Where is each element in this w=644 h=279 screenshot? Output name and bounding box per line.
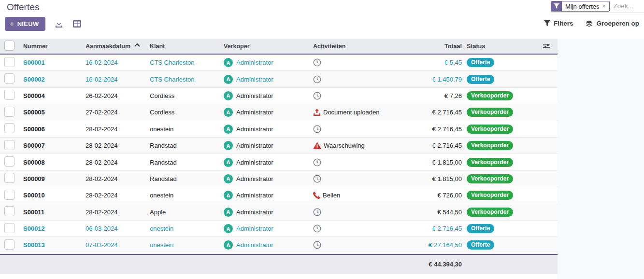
row-checkbox[interactable] xyxy=(4,206,14,216)
table-row[interactable]: S00009 28-02-2024 Randstad A Administrat… xyxy=(0,171,558,187)
row-totaal: € 2.716,45 xyxy=(412,109,463,116)
row-nummer: S00011 xyxy=(19,209,82,216)
avatar: A xyxy=(224,108,233,117)
row-aanmaakdatum: 16-02-2024 xyxy=(82,59,146,66)
row-checkbox[interactable] xyxy=(4,123,14,133)
table-row[interactable]: S00001 16-02-2024 CTS Charleston A Admin… xyxy=(0,55,558,71)
status-badge: Verkooporder xyxy=(467,108,513,117)
status-badge: Verkooporder xyxy=(467,125,513,134)
table-row[interactable]: S00012 06-03-2024 onestein A Administrat… xyxy=(0,221,558,237)
row-status: Verkooporder xyxy=(463,174,535,183)
table-row[interactable]: S00007 28-02-2024 Randstad A Administrat… xyxy=(0,138,558,154)
row-checkbox[interactable] xyxy=(4,140,14,150)
col-header-activiteiten[interactable]: Activiteiten xyxy=(309,43,412,50)
download-icon[interactable] xyxy=(55,20,63,28)
search-bar[interactable]: Mijn offertes × Zoek... xyxy=(551,0,644,13)
table-row[interactable]: S00004 26-02-2024 Cordless A Administrat… xyxy=(0,88,558,104)
row-klant: Apple xyxy=(146,209,220,216)
row-status: Verkooporder xyxy=(463,141,535,150)
row-checkbox[interactable] xyxy=(4,190,14,200)
row-totaal: € 1.450,79 xyxy=(412,76,463,83)
table-row[interactable]: S00006 28-02-2024 onestein A Administrat… xyxy=(0,121,558,138)
clock-icon[interactable] xyxy=(313,158,321,167)
row-checkbox[interactable] xyxy=(4,223,14,233)
table-row[interactable]: S00013 07-03-2024 onestein A Administrat… xyxy=(0,237,558,253)
group-by-button[interactable]: Groeperen op xyxy=(586,20,639,27)
clock-icon[interactable] xyxy=(313,175,321,183)
row-activiteiten xyxy=(309,158,412,167)
avatar: A xyxy=(224,224,233,233)
table-view-icon[interactable] xyxy=(73,20,81,28)
clock-icon[interactable] xyxy=(313,224,321,233)
col-header-verkoper[interactable]: Verkoper xyxy=(220,43,309,50)
row-activiteiten: Document uploaden xyxy=(309,109,412,116)
clock-icon[interactable] xyxy=(313,125,321,133)
row-totaal: € 7,26 xyxy=(412,92,463,99)
adjust-columns-icon[interactable] xyxy=(535,43,558,49)
clock-icon[interactable] xyxy=(313,241,321,249)
status-badge: Offerte xyxy=(467,75,494,84)
row-verkoper: A Administrator xyxy=(220,75,309,84)
avatar: A xyxy=(224,58,233,67)
status-badge: Verkooporder xyxy=(467,141,513,150)
row-nummer: S00005 xyxy=(19,109,82,116)
search-input[interactable]: Zoek... xyxy=(614,1,633,10)
clock-icon[interactable] xyxy=(313,92,321,100)
table-row[interactable]: S00005 27-02-2024 Cordless A Administrat… xyxy=(0,104,558,121)
row-status: Offerte xyxy=(463,224,535,233)
row-checkbox[interactable] xyxy=(4,57,14,67)
row-verkoper: A Administrator xyxy=(220,174,309,183)
avatar: A xyxy=(224,191,233,200)
row-checkbox[interactable] xyxy=(4,156,14,167)
col-header-totaal[interactable]: Totaal xyxy=(412,43,463,50)
clock-icon[interactable] xyxy=(313,208,321,216)
activity-label: Bellen xyxy=(323,192,340,199)
upload-icon[interactable] xyxy=(313,109,321,116)
table-row[interactable]: S00002 16-02-2024 CTS Charleston A Admin… xyxy=(0,71,558,87)
facet-close-icon[interactable]: × xyxy=(602,3,606,10)
new-button[interactable]: + NIEUW xyxy=(5,17,45,31)
row-verkoper: A Administrator xyxy=(220,240,309,250)
row-klant: onestein xyxy=(146,225,220,232)
row-verkoper: A Administrator xyxy=(220,141,309,150)
row-checkbox[interactable] xyxy=(4,107,14,117)
col-header-aanmaakdatum[interactable]: Aanmaakdatum xyxy=(82,43,146,50)
row-nummer: S00006 xyxy=(19,126,82,133)
status-badge: Verkooporder xyxy=(467,91,513,100)
row-status: Verkooporder xyxy=(463,125,535,134)
page-title: Offertes xyxy=(7,2,39,13)
row-activiteiten: Bellen xyxy=(309,192,412,199)
filters-button[interactable]: Filters xyxy=(544,20,573,27)
row-status: Verkooporder xyxy=(463,208,535,217)
avatar: A xyxy=(224,174,233,183)
row-checkbox[interactable] xyxy=(4,73,14,84)
row-nummer: S00008 xyxy=(19,159,82,166)
select-all-checkbox[interactable] xyxy=(4,41,14,51)
row-checkbox[interactable] xyxy=(4,90,14,100)
row-verkoper: A Administrator xyxy=(220,158,309,167)
warning-icon[interactable] xyxy=(313,142,321,149)
activity-label: Waarschuwing xyxy=(324,142,365,149)
row-checkbox[interactable] xyxy=(4,239,14,250)
search-facet[interactable]: Mijn offertes × xyxy=(551,1,610,12)
row-nummer: S00012 xyxy=(19,225,82,232)
row-verkoper: A Administrator xyxy=(220,58,309,67)
row-klant: Cordless xyxy=(146,92,220,99)
col-header-status[interactable]: Status xyxy=(463,43,535,50)
row-totaal: € 544,50 xyxy=(412,209,463,216)
status-badge: Offerte xyxy=(467,224,494,233)
avatar: A xyxy=(224,91,233,100)
col-header-klant[interactable]: Klant xyxy=(146,43,220,50)
clock-icon[interactable] xyxy=(313,58,321,67)
status-badge: Offerte xyxy=(467,240,494,250)
row-activiteiten xyxy=(309,58,412,67)
row-activiteiten xyxy=(309,92,412,100)
row-checkbox[interactable] xyxy=(4,173,14,183)
table-row[interactable]: S00011 28-02-2024 Apple A Administrator … xyxy=(0,204,558,221)
table-row[interactable]: S00010 28-02-2024 onestein A Administrat… xyxy=(0,187,558,204)
phone-icon[interactable] xyxy=(313,192,320,199)
clock-icon[interactable] xyxy=(313,75,321,84)
col-header-nummer[interactable]: Nummer xyxy=(19,43,82,50)
table-row[interactable]: S00008 28-02-2024 Randstad A Administrat… xyxy=(0,154,558,170)
row-klant: CTS Charleston xyxy=(146,76,220,83)
